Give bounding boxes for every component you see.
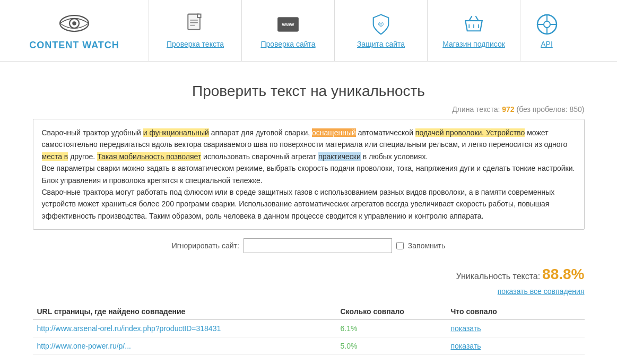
shield-icon: ©: [370, 13, 392, 36]
text-length-parens: (без пробелов: 850): [517, 105, 585, 114]
highlight-6: практически: [318, 152, 361, 161]
show-all-link[interactable]: показать все совпадения: [33, 287, 585, 296]
api-icon: [536, 13, 558, 36]
text-length-info: Длина текста: 972 (без пробелов: 850): [33, 105, 585, 114]
nav-check-site[interactable]: www Проверка сайта: [241, 0, 334, 61]
table-cell-url-2: http://www.one-power.ru/p/...: [33, 337, 336, 355]
table-header-percent: Сколько совпало: [336, 304, 447, 319]
nav-check-text[interactable]: Проверка текста: [149, 0, 241, 61]
results-table: URL страницы, где найдено совпадение Ско…: [33, 304, 585, 355]
table-cell-show-2: показать: [447, 337, 585, 355]
svg-text:www: www: [282, 21, 294, 27]
page-title: Проверить текст на уникальность: [33, 83, 585, 100]
ignore-site-label: Игнорировать сайт:: [172, 241, 239, 250]
svg-text:©: ©: [378, 20, 384, 28]
logo-text: CONTENT WATCH: [29, 40, 119, 51]
logo-watch-word: WATCH: [82, 40, 119, 50]
remember-label: Запомнить: [408, 241, 446, 250]
nav-shop-label: Магазин подписок: [442, 40, 505, 48]
nav-protect-site-label: Защита сайта: [357, 40, 405, 48]
highlight-5: Такая мобильность позволяет: [97, 152, 201, 161]
nav-check-site-label: Проверка сайта: [260, 40, 315, 48]
table-header-url: URL страницы, где найдено совпадение: [33, 304, 336, 319]
logo-icon: [58, 10, 90, 37]
table-cell-percent-1: 6.1%: [336, 319, 447, 337]
table-row: http://www.arsenal-orel.ru/index.php?pro…: [33, 319, 585, 337]
table-show-link-1[interactable]: показать: [451, 324, 481, 333]
nav-check-text-label: Проверка текста: [167, 40, 224, 48]
nav-api[interactable]: API: [520, 0, 573, 61]
text-length-label: Длина текста:: [452, 105, 500, 114]
logo-area[interactable]: CONTENT WATCH: [0, 0, 149, 61]
remember-checkbox[interactable]: [396, 242, 404, 249]
svg-point-16: [544, 21, 550, 28]
document-icon: [184, 13, 206, 36]
highlight-1: и функциональный: [143, 128, 209, 137]
ignore-site-input[interactable]: [244, 238, 392, 253]
header: CONTENT WATCH Проверка текста www Провер…: [0, 0, 617, 62]
svg-point-2: [72, 21, 76, 25]
table-cell-show-1: показать: [447, 319, 585, 337]
nav-shop[interactable]: Магазин подписок: [427, 0, 520, 61]
table-cell-percent-2: 5.0%: [336, 337, 447, 355]
table-cell-url-1: http://www.arsenal-orel.ru/index.php?pro…: [33, 319, 336, 337]
table-row: http://www.one-power.ru/p/... 5.0% показ…: [33, 337, 585, 355]
logo-content-word: CONTENT: [29, 40, 79, 50]
highlight-4: места в: [42, 152, 68, 161]
uniqueness-section: Уникальность текста: 88.8%: [33, 266, 585, 283]
table-url-link-2[interactable]: http://www.one-power.ru/p/...: [37, 342, 131, 350]
main-content: Проверить текст на уникальность Длина те…: [17, 62, 601, 364]
nav-api-label: API: [541, 40, 553, 48]
table-header-what: Что совпало: [447, 304, 585, 319]
text-length-value: 972: [502, 105, 514, 114]
www-icon: www: [277, 13, 299, 36]
basket-icon: [463, 13, 485, 36]
uniqueness-label: Уникальность текста:: [456, 272, 541, 281]
table-url-link-1[interactable]: http://www.arsenal-orel.ru/index.php?pro…: [37, 324, 221, 333]
table-show-link-2[interactable]: показать: [451, 342, 481, 350]
uniqueness-value: 88.8%: [542, 266, 584, 282]
analyzed-text: Сварочный трактор удобный и функциональн…: [33, 119, 585, 230]
highlight-2: оснащенный: [312, 128, 356, 137]
svg-rect-4: [197, 14, 201, 17]
highlight-3: подачей проволоки. Устройство: [415, 128, 525, 137]
nav-protect-site[interactable]: © Защита сайта: [334, 0, 427, 61]
ignore-site-row: Игнорировать сайт: Запомнить: [33, 238, 585, 253]
